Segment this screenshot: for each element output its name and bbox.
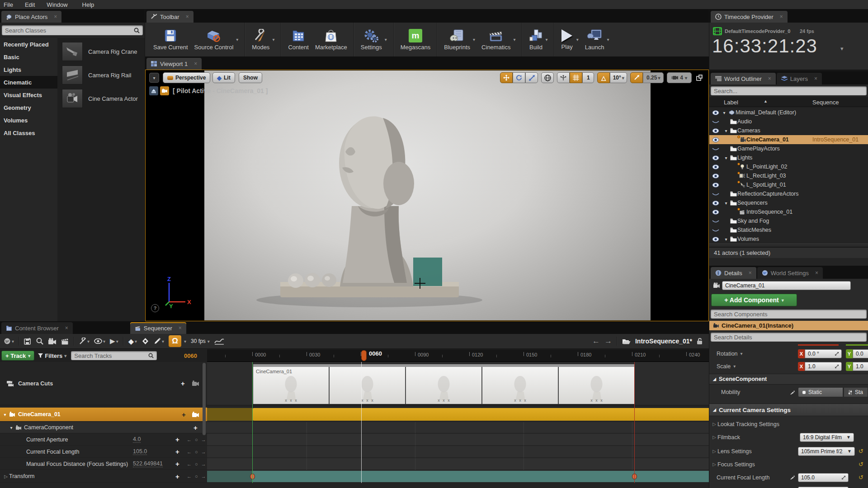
- visibility-eye-icon[interactable]: [712, 174, 720, 178]
- visibility-eye-icon[interactable]: [712, 137, 720, 142]
- close-icon[interactable]: ×: [768, 75, 771, 82]
- search-classes-input[interactable]: Search Classes: [2, 25, 143, 35]
- filters-button[interactable]: Filters▾: [38, 352, 66, 359]
- item-camera-rig-crane[interactable]: Camera Rig Crane: [57, 40, 145, 63]
- close-icon[interactable]: ×: [65, 325, 68, 331]
- category-volumes[interactable]: Volumes: [0, 114, 57, 127]
- category-basic[interactable]: Basic: [0, 51, 57, 63]
- mobility-stationary-option[interactable]: Sta: [844, 387, 868, 397]
- world-options-button[interactable]: ▾: [4, 338, 14, 345]
- history-back-icon[interactable]: ←: [592, 337, 600, 346]
- key-nav-icons[interactable]: ← ○ →: [187, 461, 207, 467]
- scale-tool-button[interactable]: [525, 72, 538, 83]
- item-cine-camera-actor[interactable]: Cine Camera Actor: [57, 87, 145, 110]
- search-components-input[interactable]: Search Components: [711, 310, 867, 319]
- current-frame-field[interactable]: 0060: [184, 352, 197, 359]
- key-nav-icons[interactable]: ← ○ →: [187, 437, 207, 442]
- close-icon[interactable]: ×: [815, 270, 818, 276]
- outliner-row-minimal-default[interactable]: ▾ Minimal_Default (Editor): [709, 108, 868, 117]
- edit-condition-icon[interactable]: [790, 390, 795, 395]
- track-value[interactable]: 105.0: [133, 448, 147, 455]
- track-value[interactable]: 4.0: [133, 436, 141, 443]
- modes-button[interactable]: Modes ▾: [252, 29, 274, 51]
- current-aperture-track[interactable]: Current Aperture 4.0 + ← ○ →: [0, 434, 207, 446]
- expand-caret-icon[interactable]: ▷: [3, 474, 9, 479]
- tab-layers[interactable]: Layers ×: [777, 73, 822, 84]
- search-details-input[interactable]: Search Details: [711, 333, 867, 342]
- source-control-button[interactable]: Source Control ▾: [194, 29, 239, 51]
- visibility-eye-icon[interactable]: [712, 155, 720, 160]
- outliner-row-gameplayactors[interactable]: GamePlayActors: [709, 144, 868, 153]
- menu-window[interactable]: Window: [47, 1, 67, 8]
- build-button[interactable]: Build ▾: [529, 29, 547, 51]
- close-icon[interactable]: ×: [194, 61, 197, 67]
- expand-caret-icon[interactable]: ▾: [723, 201, 729, 206]
- outliner-row-volumes[interactable]: ▾ Volumes: [709, 235, 868, 244]
- category-visual-effects[interactable]: Visual Effects: [0, 89, 57, 101]
- chevron-down-icon[interactable]: ▾: [513, 37, 515, 42]
- translate-tool-button[interactable]: [500, 72, 513, 83]
- scale-x-field[interactable]: 1.0: [805, 362, 842, 371]
- current-camera-settings-header[interactable]: ◢ Current Camera Settings: [709, 404, 868, 416]
- rotate-tool-button[interactable]: [513, 72, 525, 83]
- show-button[interactable]: Show: [239, 72, 262, 83]
- playhead-line[interactable]: [361, 362, 362, 483]
- save-sequence-icon[interactable]: [24, 338, 32, 345]
- close-icon[interactable]: ×: [814, 75, 817, 82]
- outliner-row-sequencers[interactable]: ▾ Sequencers: [709, 198, 868, 207]
- grid-snap-value[interactable]: 1: [582, 72, 594, 83]
- add-key-icon[interactable]: +: [175, 448, 179, 455]
- auto-keyframe-button[interactable]: [142, 338, 149, 345]
- aperture-field[interactable]: 4.0: [798, 487, 849, 488]
- reset-icon[interactable]: ↺: [859, 448, 863, 455]
- visibility-eye-icon[interactable]: [712, 110, 720, 115]
- tab-sequencer[interactable]: Sequencer ×: [130, 322, 186, 334]
- key-nav-icons[interactable]: ← ○ →: [187, 474, 207, 479]
- outliner-row-cameras[interactable]: ▾ Cameras: [709, 126, 868, 135]
- chevron-down-icon[interactable]: ▾: [576, 37, 579, 42]
- settings-button[interactable]: Settings ▾: [361, 29, 387, 51]
- tab-world-settings[interactable]: World Settings ×: [757, 267, 823, 279]
- visibility-eye-icon[interactable]: [712, 128, 720, 133]
- manual-focus-distance-track[interactable]: Manual Focus Distance (Focus Settings) 5…: [0, 458, 207, 470]
- snap-toggle-button[interactable]: Ω ▾: [169, 335, 186, 347]
- tab-place-actors[interactable]: Place Actors ×: [1, 11, 61, 23]
- open-folder-icon[interactable]: [622, 338, 631, 345]
- outliner-row-spotlight[interactable]: L_SpotLight_01: [709, 180, 868, 189]
- add-key-icon[interactable]: +: [175, 473, 179, 480]
- camera-speed-control[interactable]: 4 ▾: [667, 72, 692, 83]
- add-key-icon[interactable]: +: [175, 436, 179, 443]
- component-instance-row[interactable]: CineCamera_01(Instance): [709, 321, 868, 330]
- outliner-row-pointlight[interactable]: L_PointLight_02: [709, 162, 868, 171]
- menu-help[interactable]: Help: [82, 1, 94, 8]
- expand-caret-icon[interactable]: ▾: [721, 110, 727, 115]
- lens-dropdown[interactable]: 105mm Prime f/2▼: [798, 447, 855, 456]
- camera-cuts-thumbnails[interactable]: x x x x x x x x x x x x x x x CineCamera…: [253, 367, 634, 404]
- perspective-button[interactable]: Perspective: [163, 72, 210, 83]
- megascans-button[interactable]: m Megascans: [401, 29, 430, 51]
- current-focal-length-track[interactable]: Current Focal Length 105.0 + ← ○ →: [0, 446, 207, 458]
- outliner-row-reflectioncapture[interactable]: ReflectionCaptureActors: [709, 189, 868, 198]
- help-icon[interactable]: ?: [151, 304, 159, 312]
- visibility-eye-closed-icon[interactable]: [712, 192, 720, 197]
- scene-component-header[interactable]: ◢ SceneComponent: [709, 374, 868, 385]
- category-all-classes[interactable]: All Classes: [0, 127, 57, 139]
- expand-caret-icon[interactable]: ▷: [711, 435, 717, 440]
- curve-editor-icon[interactable]: [214, 338, 224, 345]
- reset-icon[interactable]: ↺: [859, 474, 863, 481]
- chevron-down-icon[interactable]: ▾: [607, 37, 609, 42]
- camera-lock-icon[interactable]: [192, 380, 199, 386]
- rotation-snap-value[interactable]: 10°▾: [610, 72, 627, 83]
- menu-edit[interactable]: Edit: [25, 1, 35, 8]
- tab-timecode-provider[interactable]: Timecode Provider ×: [711, 11, 788, 23]
- visibility-eye-icon[interactable]: [712, 183, 720, 188]
- tab-viewport-1[interactable]: Viewport 1 ×: [146, 58, 202, 70]
- visibility-eye-closed-icon[interactable]: [712, 146, 720, 151]
- timeline-ruler[interactable]: 0000 0030 0060 0090 0120 0150 0180 0210 …: [207, 349, 709, 362]
- sort-arrow-icon[interactable]: ▲: [764, 99, 768, 103]
- add-key-icon[interactable]: +: [175, 460, 179, 468]
- expand-caret-icon[interactable]: ▾: [8, 425, 14, 430]
- focal-length-field[interactable]: 105.0: [798, 473, 849, 482]
- sequencer-settings-button[interactable]: ▾: [79, 338, 90, 345]
- rotation-x-field[interactable]: 0.0 °: [805, 349, 842, 358]
